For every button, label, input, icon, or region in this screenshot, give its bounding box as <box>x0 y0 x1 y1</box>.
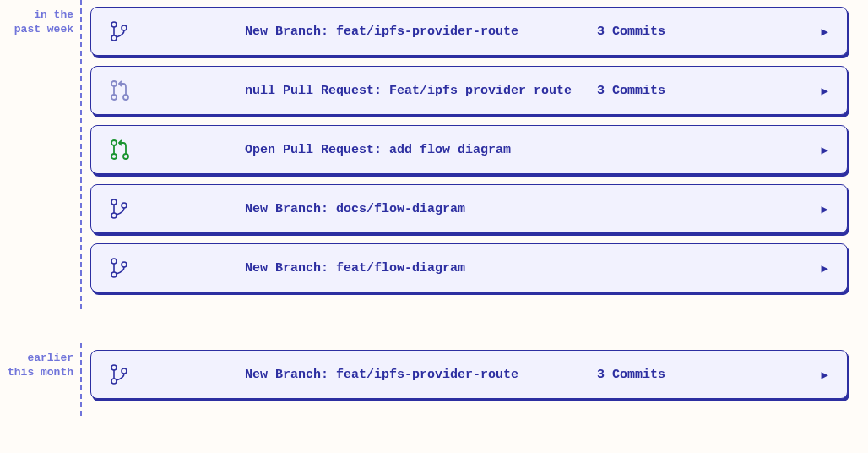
pull-request-null-icon <box>110 79 135 101</box>
card-title: New Branch: feat/flow-diagram <box>135 259 597 277</box>
timeline-line <box>80 343 90 416</box>
expand-arrow-icon[interactable]: ▶ <box>808 368 828 382</box>
svg-point-9 <box>111 199 117 205</box>
svg-point-10 <box>111 213 117 218</box>
activity-card[interactable]: Open Pull Request: add flow diagram▶ <box>90 125 848 174</box>
svg-point-11 <box>122 203 127 208</box>
activity-card[interactable]: New Branch: feat/ipfs-provider-route3 Co… <box>90 7 848 56</box>
timeline-group: in thepast week New Branch: feat/ipfs-pr… <box>0 0 868 309</box>
branch-icon <box>110 198 135 220</box>
branch-icon <box>110 363 135 385</box>
card-title: New Branch: docs/flow-diagram <box>135 200 597 218</box>
activity-card[interactable]: New Branch: feat/flow-diagram▶ <box>90 243 848 292</box>
expand-arrow-icon[interactable]: ▶ <box>808 261 828 276</box>
activity-card[interactable]: New Branch: docs/flow-diagram▶ <box>90 184 848 233</box>
commit-count: 3 Commits <box>597 368 808 382</box>
cards-column: New Branch: feat/ipfs-provider-route3 Co… <box>90 0 868 309</box>
card-title: New Branch: feat/ipfs-provider-route <box>135 366 597 384</box>
commit-count: 3 Commits <box>597 84 808 98</box>
svg-point-13 <box>111 272 117 277</box>
activity-card[interactable]: null Pull Request: Feat/ipfs provider ro… <box>90 66 848 115</box>
branch-icon <box>110 20 135 42</box>
svg-point-12 <box>111 259 117 264</box>
expand-arrow-icon[interactable]: ▶ <box>808 202 828 216</box>
svg-point-17 <box>122 368 127 374</box>
expand-arrow-icon[interactable]: ▶ <box>808 143 828 157</box>
svg-point-5 <box>123 95 128 100</box>
svg-point-2 <box>122 25 127 30</box>
timeline-line <box>80 0 90 309</box>
card-title: Open Pull Request: add flow diagram <box>135 141 597 159</box>
time-label: in thepast week <box>0 0 80 37</box>
commit-count: 3 Commits <box>597 25 808 39</box>
svg-point-0 <box>111 22 117 27</box>
svg-point-4 <box>111 95 117 100</box>
svg-point-8 <box>123 154 128 159</box>
svg-point-15 <box>111 365 117 370</box>
card-title: New Branch: feat/ipfs-provider-route <box>135 23 597 41</box>
svg-point-3 <box>111 81 117 86</box>
timeline-group: earlierthis month New Branch: feat/ipfs-… <box>0 343 868 416</box>
svg-point-16 <box>111 379 117 384</box>
svg-point-1 <box>111 35 117 41</box>
branch-icon <box>110 257 135 279</box>
pull-request-open-icon <box>110 139 135 161</box>
time-label: earlierthis month <box>0 343 80 380</box>
expand-arrow-icon[interactable]: ▶ <box>808 25 828 39</box>
card-title: null Pull Request: Feat/ipfs provider ro… <box>135 82 597 100</box>
expand-arrow-icon[interactable]: ▶ <box>808 84 828 98</box>
svg-point-6 <box>111 140 117 145</box>
cards-column: New Branch: feat/ipfs-provider-route3 Co… <box>90 343 868 416</box>
svg-point-7 <box>111 154 117 159</box>
svg-point-14 <box>122 262 127 267</box>
activity-card[interactable]: New Branch: feat/ipfs-provider-route3 Co… <box>90 350 848 399</box>
